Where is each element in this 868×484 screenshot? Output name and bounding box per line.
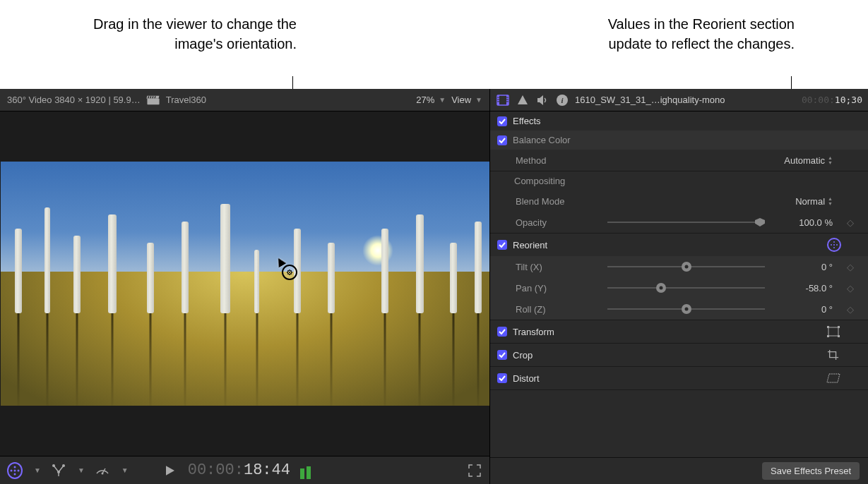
chevron-down-icon[interactable]: ▼ bbox=[121, 466, 129, 474]
roll-keyframe[interactable]: ◇ bbox=[840, 304, 861, 315]
color-tab-icon[interactable] bbox=[516, 93, 530, 107]
fullscreen-button[interactable] bbox=[467, 463, 482, 478]
image-tree bbox=[147, 243, 154, 313]
retime-tool-button[interactable] bbox=[95, 463, 110, 478]
effects-tool-button[interactable] bbox=[51, 463, 66, 478]
reorient-checkbox[interactable] bbox=[497, 240, 507, 250]
inspector-clip-name: 1610_SW_31_31_…ighquality-mono bbox=[575, 95, 796, 105]
svg-point-11 bbox=[101, 472, 103, 474]
balance-color-header[interactable]: Balance Color bbox=[490, 131, 868, 150]
svg-rect-14 bbox=[497, 95, 499, 105]
inspector-panel: i 1610_SW_31_31_…ighquality-mono 00:00:1… bbox=[490, 89, 868, 484]
transform-checkbox[interactable] bbox=[497, 327, 507, 337]
video-tab-icon[interactable] bbox=[496, 93, 510, 107]
save-effects-preset-button[interactable]: Save Effects Preset bbox=[762, 462, 860, 480]
effects-checkbox[interactable] bbox=[497, 116, 507, 126]
blend-mode-popup[interactable]: Normal ▲▼ bbox=[795, 196, 833, 207]
stepper-arrows-icon: ▲▼ bbox=[828, 155, 833, 165]
opacity-row: Opacity 100.0 % ◇ bbox=[490, 212, 868, 233]
inspector-footer: Save Effects Preset bbox=[490, 457, 868, 484]
play-button[interactable] bbox=[162, 463, 178, 478]
zoom-value: 27% bbox=[416, 95, 434, 105]
viewer-timecode[interactable]: 00:00:18:44 bbox=[188, 461, 290, 479]
balance-color-label: Balance Color bbox=[513, 135, 571, 145]
image-tree bbox=[450, 243, 457, 313]
image-tree bbox=[73, 236, 81, 313]
crop-checkbox[interactable] bbox=[497, 350, 507, 360]
viewer-canvas-area bbox=[0, 111, 489, 456]
chevron-down-icon: ▼ bbox=[439, 96, 446, 104]
section-compositing: Compositing Blend Mode Normal ▲▼ Opacity bbox=[490, 171, 868, 234]
opacity-slider[interactable] bbox=[607, 217, 765, 228]
svg-marker-12 bbox=[166, 466, 174, 476]
blend-mode-value: Normal bbox=[795, 196, 825, 207]
image-tree bbox=[108, 214, 117, 313]
opacity-keyframe[interactable]: ◇ bbox=[840, 217, 861, 228]
viewer-panel: 360° Video 3840 × 1920 | 59.9… Travel360… bbox=[0, 89, 490, 484]
method-popup[interactable]: Automatic ▲▼ bbox=[784, 155, 833, 166]
view-menu[interactable]: View ▼ bbox=[451, 95, 482, 105]
transform-icon[interactable] bbox=[826, 325, 841, 339]
tilt-keyframe[interactable]: ◇ bbox=[840, 262, 861, 272]
roll-label: Roll (Z) bbox=[516, 304, 600, 315]
chevron-down-icon: ▼ bbox=[475, 96, 482, 104]
image-tree bbox=[381, 229, 388, 313]
compositing-label: Compositing bbox=[514, 176, 565, 186]
reorient-tool-button[interactable] bbox=[7, 463, 23, 478]
effects-label: Effects bbox=[513, 116, 541, 126]
reorient-header[interactable]: Reorient bbox=[490, 234, 868, 256]
compositing-header[interactable]: Compositing bbox=[490, 171, 868, 190]
reorient-label: Reorient bbox=[513, 240, 547, 250]
svg-marker-22 bbox=[518, 95, 528, 104]
view-menu-label: View bbox=[451, 95, 471, 105]
svg-rect-29 bbox=[838, 335, 840, 337]
section-crop: Crop bbox=[490, 344, 868, 367]
opacity-value[interactable]: 100.0 % bbox=[775, 217, 833, 228]
timecode-dim: 00:00: bbox=[188, 461, 244, 479]
app-window: 360° Video 3840 × 1920 | 59.9… Travel360… bbox=[0, 89, 868, 484]
tilt-slider[interactable] bbox=[607, 261, 765, 272]
info-tab-icon[interactable]: i bbox=[555, 93, 569, 107]
pan-keyframe[interactable]: ◇ bbox=[840, 283, 861, 294]
crop-label: Crop bbox=[513, 350, 533, 361]
method-value: Automatic bbox=[784, 155, 825, 166]
transform-header[interactable]: Transform bbox=[490, 320, 868, 343]
section-reorient: Reorient Tilt (X) 0 ° ◇ bbox=[490, 234, 868, 320]
image-tree bbox=[416, 214, 424, 313]
image-tree bbox=[44, 207, 50, 313]
zoom-menu[interactable]: 27% ▼ bbox=[416, 95, 446, 105]
image-tree bbox=[475, 222, 482, 313]
pan-value[interactable]: -58.0 ° bbox=[775, 283, 833, 294]
svg-marker-30 bbox=[827, 374, 840, 382]
effects-header[interactable]: Effects bbox=[490, 111, 868, 131]
pan-label: Pan (Y) bbox=[516, 283, 600, 294]
roll-value[interactable]: 0 ° bbox=[775, 304, 833, 315]
tilt-value[interactable]: 0 ° bbox=[775, 262, 833, 272]
audio-meter[interactable] bbox=[300, 462, 321, 479]
chevron-down-icon[interactable]: ▼ bbox=[34, 466, 41, 474]
image-tree bbox=[182, 222, 189, 313]
transform-label: Transform bbox=[513, 327, 554, 337]
pan-slider[interactable] bbox=[607, 282, 765, 294]
distort-icon[interactable] bbox=[826, 371, 841, 385]
audio-tab-icon[interactable] bbox=[535, 93, 549, 107]
reorient-cursor bbox=[279, 262, 296, 279]
image-tree bbox=[254, 250, 259, 313]
section-distort: Distort bbox=[490, 367, 868, 390]
svg-rect-25 bbox=[828, 327, 838, 336]
crop-header[interactable]: Crop bbox=[490, 344, 868, 366]
method-label: Method bbox=[516, 155, 600, 166]
chevron-down-icon[interactable]: ▼ bbox=[78, 466, 85, 474]
distort-header[interactable]: Distort bbox=[490, 367, 868, 389]
reorient-onscreen-icon[interactable] bbox=[827, 238, 841, 252]
annotation-inspector: Values in the Reorient section update to… bbox=[569, 14, 795, 54]
roll-slider[interactable] bbox=[607, 303, 765, 315]
inspector-timecode: 00:00:10;30 bbox=[802, 95, 862, 105]
distort-label: Distort bbox=[513, 373, 540, 384]
method-row: Method Automatic ▲▼ bbox=[490, 150, 868, 171]
viewer-canvas[interactable] bbox=[1, 162, 489, 406]
crop-icon[interactable] bbox=[826, 348, 841, 362]
distort-checkbox[interactable] bbox=[497, 373, 507, 383]
balance-color-checkbox[interactable] bbox=[497, 135, 507, 145]
timecode-bright: 18:44 bbox=[244, 461, 290, 479]
